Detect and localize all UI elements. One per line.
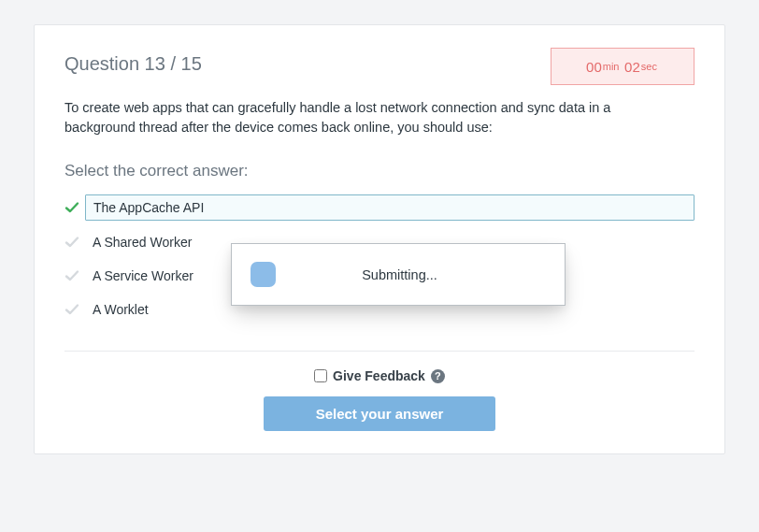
card-footer: Give Feedback ? Select your answer [64, 368, 695, 431]
option-label: The AppCache API [85, 194, 695, 221]
option-appcache[interactable]: The AppCache API [85, 190, 695, 225]
timer-min-unit: min [603, 61, 620, 72]
modal-text: Submitting... [276, 267, 546, 282]
answer-prompt: Select the correct answer: [64, 162, 695, 180]
card-header: Question 13 / 15 00 min 02 sec [64, 53, 695, 85]
countdown-timer: 00 min 02 sec [551, 48, 695, 85]
timer-sec-unit: sec [641, 61, 657, 72]
question-counter: Question 13 / 15 [64, 53, 202, 75]
question-text: To create web apps that can gracefully h… [64, 98, 695, 137]
question-card: Question 13 / 15 00 min 02 sec To create… [34, 24, 725, 454]
check-icon [64, 235, 79, 250]
help-icon[interactable]: ? [431, 369, 445, 383]
feedback-row: Give Feedback ? [64, 368, 695, 383]
timer-sec-value: 02 [624, 59, 640, 75]
check-icon [64, 268, 79, 283]
spinner-icon [251, 262, 276, 287]
check-icon [64, 302, 79, 317]
submitting-modal: Submitting... [231, 243, 566, 306]
feedback-label: Give Feedback [333, 368, 425, 383]
select-answer-button[interactable]: Select your answer [264, 396, 495, 431]
feedback-checkbox[interactable] [314, 369, 327, 382]
check-icon [64, 200, 79, 215]
timer-min-value: 00 [586, 59, 602, 75]
